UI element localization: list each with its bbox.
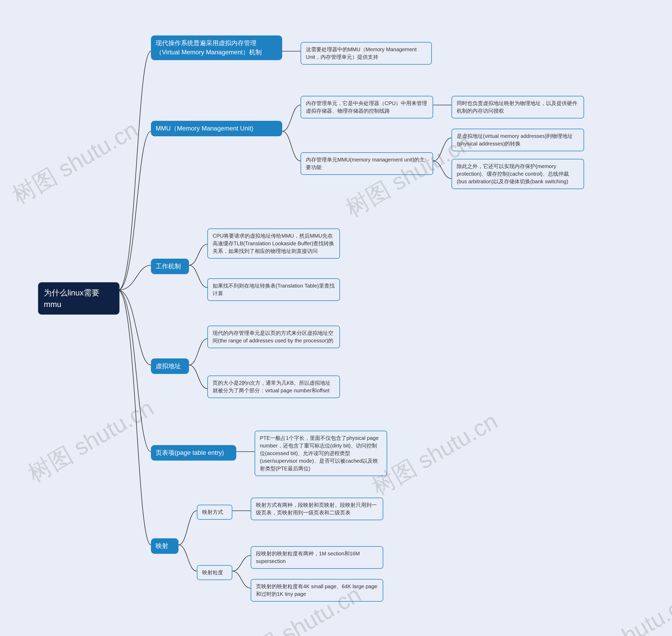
mindmap-canvas: 树图 shutu.cn 树图 shutu.cn 树图 shutu.cn 树图 s… (0, 0, 672, 636)
sub-vmm-requires-mmu[interactable]: 这需要处理器中的MMU（Memory Management Unit，内存管理单… (301, 42, 432, 65)
topic-mapping[interactable]: 映射 (151, 538, 179, 554)
topic-vmm[interactable]: 现代操作系统普遍采用虚拟内存管理（Virtual Memory Manageme… (151, 36, 282, 60)
sub-mech-translation-table[interactable]: 如果找不到则在地址转换表(Translation Table)里查找计算 (207, 278, 340, 301)
watermark: 树图 shutu.cn (561, 587, 672, 636)
topic-virtual-address[interactable]: 虚拟地址 (151, 358, 189, 374)
sub-vaddr-paging[interactable]: 现代的内存管理单元是以页的方式来分区虚拟地址空间(the range of ad… (207, 325, 340, 348)
sub-map-granularity-label[interactable]: 映射粒度 (197, 565, 232, 580)
sub-map-section-granularity[interactable]: 段映射的映射粒度有两种，1M section和16M supersection (251, 546, 383, 569)
topic-mechanism[interactable]: 工作机制 (151, 259, 189, 274)
topic-pte[interactable]: 页表项(page table entry) (151, 445, 236, 461)
sub-mech-tlb[interactable]: CPU将要请求的虚拟地址传给MMU，然后MMU先在高速缓存TLB(Transla… (207, 228, 340, 259)
sub-map-modes[interactable]: 映射方式有两种，段映射和页映射。段映射只用到一级页表，页映射用到一级页表和二级页… (251, 498, 383, 520)
sub-mmu-definition[interactable]: 内存管理单元，它是中央处理器（CPU）中用来管理虚拟存储器、物理存储器的控制线路 (301, 96, 433, 118)
sub-mmu-translate[interactable]: 是虚拟地址(virtual memory addresses)到物理地址(phy… (451, 129, 584, 151)
connector-layer (0, 0, 672, 636)
topic-mmu[interactable]: MMU（Memory Management Unit) (151, 121, 282, 136)
sub-map-mode-label[interactable]: 映射方式 (197, 505, 232, 520)
sub-map-page-granularity[interactable]: 页映射的映射粒度有4K small page、64K large page和过时… (251, 579, 383, 602)
sub-mmu-mapping-auth[interactable]: 同时也负责虚拟地址映射为物理地址，以及提供硬件机制的内存访问授权 (451, 96, 584, 118)
sub-pte-contents[interactable]: PTE一般占1个字长，里面不仅包含了physical page number，还… (254, 431, 387, 476)
watermark: 树图 shutu.cn (23, 393, 159, 490)
sub-vaddr-page-size[interactable]: 页的大小是2的n次方，通常为几KB。所以虚拟地址就被分为了两个部分：virtua… (207, 376, 340, 398)
root-node[interactable]: 为什么linux需要mmu (38, 282, 119, 315)
sub-mmu-main-functions[interactable]: 内存管理单元MMU(memory management unit)的主要功能 (301, 152, 433, 175)
watermark: 树图 shutu.cn (7, 114, 144, 212)
sub-mmu-other-functions[interactable]: 除此之外，它还可以实现内存保护(memory protection)、缓存控制(… (451, 159, 584, 189)
